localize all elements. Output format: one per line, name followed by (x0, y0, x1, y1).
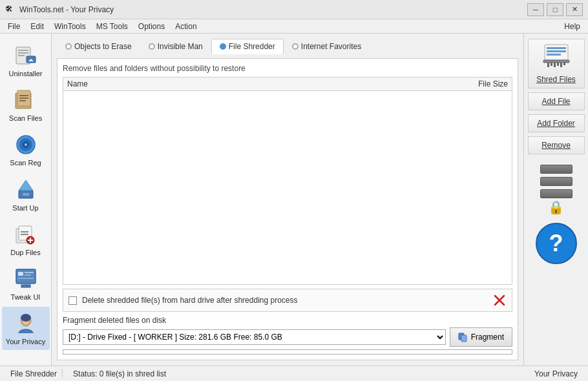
sidebar-label-scan-files: Scan Files (9, 114, 42, 123)
svg-rect-46 (547, 50, 566, 52)
svg-rect-51 (554, 63, 556, 67)
titlebar: 🛠 WinTools.net - Your Privacy ─ □ ✕ (0, 0, 588, 19)
tabs: Objects to Erase Invisible Man File Shre… (57, 39, 518, 54)
svg-rect-25 (21, 234, 28, 235)
sidebar-item-dup-files[interactable]: Dup Files (2, 218, 50, 261)
tab-internet-favorites[interactable]: Internet Favorites (284, 39, 370, 54)
server-box-2 (540, 177, 572, 186)
maximize-button[interactable]: □ (547, 3, 563, 16)
tweak-ui-icon (13, 266, 39, 292)
svg-rect-53 (560, 63, 562, 67)
svg-rect-52 (557, 63, 559, 66)
menu-options[interactable]: Options (133, 21, 170, 32)
tab-label-invisible: Invisible Man (158, 42, 203, 51)
scan-files-icon (13, 87, 39, 113)
tab-objects-to-erase[interactable]: Objects to Erase (57, 39, 140, 54)
tab-radio-favorites (292, 43, 299, 50)
file-table-body (63, 91, 512, 284)
add-folder-label: Add Folder (537, 119, 575, 128)
svg-rect-48 (543, 60, 569, 63)
svg-rect-43 (461, 335, 467, 342)
content-area: Objects to Erase Invisible Man File Shre… (52, 34, 523, 366)
svg-rect-54 (563, 63, 565, 65)
add-folder-button[interactable]: Add Folder (528, 114, 585, 132)
shred-x-button[interactable] (492, 293, 507, 307)
svg-rect-29 (16, 269, 36, 283)
svg-rect-35 (25, 283, 26, 285)
shred-files-button[interactable]: Shred Files (528, 39, 585, 88)
sidebar-label-start-up: Start Up (12, 204, 38, 212)
sidebar-item-start-up[interactable]: Start Up (2, 173, 50, 216)
sidebar: Uninstaller Scan Files (0, 34, 52, 366)
menu-help[interactable]: Help (559, 21, 585, 32)
svg-rect-31 (25, 272, 34, 273)
menu-action[interactable]: Action (170, 21, 202, 32)
svg-point-38 (21, 314, 31, 322)
svg-rect-16 (25, 151, 26, 154)
sidebar-item-uninstaller[interactable]: Uninstaller (2, 39, 50, 82)
svg-rect-24 (21, 231, 28, 232)
menu-wintools[interactable]: WinTools (49, 21, 91, 32)
minimize-button[interactable]: ─ (527, 3, 544, 16)
sidebar-label-tweak-ui: Tweak UI (11, 293, 41, 302)
delete-checkbox[interactable] (68, 296, 77, 305)
sidebar-item-tweak-ui[interactable]: Tweak UI (2, 262, 50, 305)
svg-rect-33 (18, 278, 34, 279)
menu-file[interactable]: File (3, 21, 25, 32)
file-table-header: Name File Size (63, 77, 512, 91)
panel-description: Remove files and folders without possibi… (63, 64, 512, 73)
titlebar-controls: ─ □ ✕ (527, 3, 583, 16)
tab-label-objects: Objects to Erase (74, 42, 132, 51)
svg-rect-15 (25, 136, 26, 138)
svg-rect-9 (19, 98, 28, 99)
svg-rect-8 (19, 95, 28, 96)
server-box-3 (540, 189, 572, 198)
main-container: Uninstaller Scan Files (0, 34, 588, 366)
svg-rect-32 (25, 274, 31, 276)
add-file-label: Add File (541, 97, 570, 106)
add-file-button[interactable]: Add File (528, 92, 585, 110)
menu-edit[interactable]: Edit (25, 21, 49, 32)
svg-rect-17 (17, 144, 19, 145)
tab-invisible-man[interactable]: Invisible Man (140, 39, 211, 54)
svg-rect-21 (23, 193, 29, 196)
shred-files-icon (542, 43, 571, 72)
your-privacy-icon (13, 311, 39, 336)
tab-label-shredder: File Shredder (229, 42, 275, 51)
col-header-size: File Size (456, 79, 508, 88)
fragment-label: Fragment deleted files on disk (63, 316, 512, 325)
svg-rect-10 (19, 100, 26, 101)
start-up-icon (13, 177, 39, 203)
remove-button[interactable]: Remove (528, 136, 585, 154)
dup-files-icon (13, 221, 39, 247)
server-decoration: 🔒 (528, 161, 585, 219)
sidebar-label-dup-files: Dup Files (10, 249, 40, 257)
svg-rect-2 (18, 52, 28, 54)
tab-panel: Remove files and folders without possibi… (57, 58, 518, 360)
tab-radio-shredder (220, 43, 226, 50)
file-table: Name File Size (63, 77, 512, 285)
sidebar-item-scan-files[interactable]: Scan Files (2, 83, 50, 127)
tab-radio-objects (65, 43, 72, 50)
sidebar-item-scan-reg[interactable]: Scan Reg (2, 128, 50, 171)
tab-label-favorites: Internet Favorites (301, 42, 361, 51)
help-button[interactable]: ? (536, 223, 577, 264)
close-button[interactable]: ✕ (566, 3, 583, 16)
delete-option-label: Delete shredded file(s) from hard drive … (82, 296, 487, 305)
menubar: File Edit WinTools MS Tools Options Acti… (0, 19, 588, 34)
tab-radio-invisible (149, 43, 155, 50)
drive-select[interactable]: [D:] - Drive Fixed - [ WORKER ] Size: 28… (63, 329, 446, 345)
fragment-button[interactable]: Fragment (450, 327, 512, 347)
statusbar-center: Status: 0 file(s) in shred list (63, 369, 529, 378)
svg-rect-50 (551, 63, 552, 66)
tab-file-shredder[interactable]: File Shredder (211, 39, 284, 54)
svg-marker-20 (19, 180, 33, 190)
sidebar-item-your-privacy[interactable]: Your Privacy (2, 307, 50, 350)
uninstaller-icon (13, 43, 39, 68)
statusbar-right: Your Privacy (529, 369, 583, 378)
svg-rect-28 (28, 240, 33, 241)
shred-files-label: Shred Files (536, 75, 576, 84)
menu-mstools[interactable]: MS Tools (91, 21, 133, 32)
titlebar-title: WinTools.net - Your Privacy (19, 5, 527, 14)
remove-label: Remove (541, 141, 571, 150)
